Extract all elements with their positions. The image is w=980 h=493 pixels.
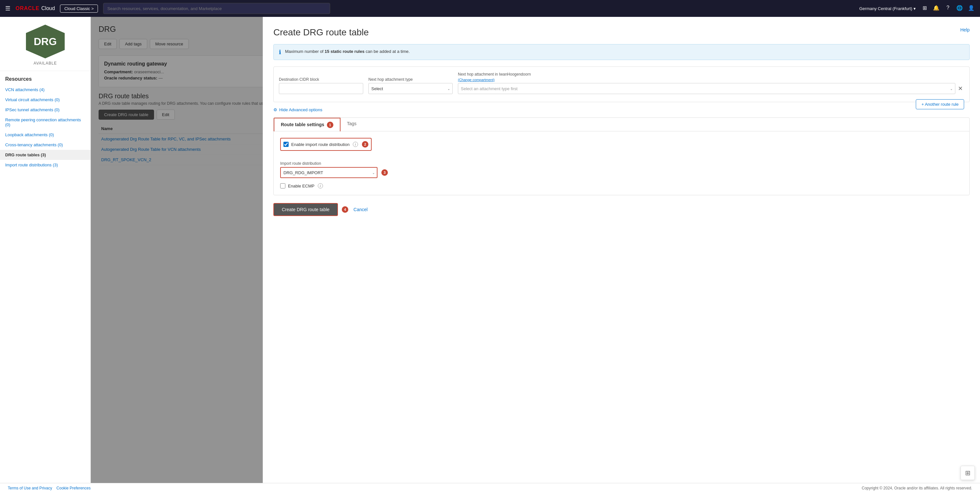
sidebar: DRG AVAILABLE Resources VCN attachments … <box>0 17 91 493</box>
oracle-text: ORACLE <box>16 5 40 11</box>
console-icon[interactable]: ⊞ <box>921 5 928 12</box>
sidebar-item-ipsec[interactable]: IPSec tunnel attachments (0) <box>0 105 91 115</box>
tabs-section: Route table settings 1 Tags Enable impor… <box>274 118 970 195</box>
sidebar-logo-area: DRG AVAILABLE <box>0 17 91 71</box>
cloud-text: Cloud <box>41 5 55 11</box>
sidebar-item-import-route[interactable]: Import route distributions (3) <box>0 160 91 170</box>
copyright-text: Copyright © 2024, Oracle and/or its affi… <box>862 486 972 490</box>
bell-icon[interactable]: 🔔 <box>933 5 940 12</box>
import-info-icon[interactable]: i <box>353 142 358 147</box>
tab-route-table-settings[interactable]: Route table settings 1 <box>274 118 340 131</box>
next-hop-type-label: Next hop attachment type <box>368 77 453 82</box>
sidebar-item-remote-peering[interactable]: Remote peering connection attachments (0… <box>0 115 91 130</box>
advanced-options-link[interactable]: ⚙ Hide Advanced options <box>274 107 916 112</box>
search-input[interactable] <box>107 6 326 11</box>
destination-cidr-group: Destination CIDR block <box>279 77 363 94</box>
next-hop-attachment-select-wrapper: Select an attachment type first <box>458 83 955 94</box>
modal-header: Create DRG route table Help <box>274 27 970 38</box>
ecmp-row: Enable ECMP i <box>280 183 963 188</box>
help-icon[interactable]: ? <box>944 5 951 12</box>
info-icon: ℹ <box>279 49 281 56</box>
modal-title: Create DRG route table <box>274 27 369 38</box>
destination-cidr-label: Destination CIDR block <box>279 77 363 82</box>
search-bar[interactable] <box>103 3 330 14</box>
navbar-icons: ⊞ 🔔 ? 🌐 👤 <box>921 5 975 12</box>
info-banner: ℹ Maximum number of 15 static route rule… <box>274 44 970 60</box>
create-btn-container: Create DRG route table 4 <box>274 203 348 216</box>
cloud-classic-button[interactable]: Cloud Classic > <box>60 5 98 13</box>
next-hop-type-select-wrapper: Select <box>368 83 453 94</box>
next-hop-attachment-group: Next hop attachment in IwanHoogendoorn (… <box>458 72 964 94</box>
next-hop-type-select[interactable]: Select <box>368 83 453 94</box>
status-badge: AVAILABLE <box>34 61 57 65</box>
sidebar-item-cross-tenancy[interactable]: Cross-tenancy attachments (0) <box>0 140 91 150</box>
annotation-2: 2 <box>362 141 368 148</box>
navbar: ☰ ORACLE Cloud Cloud Classic > Germany C… <box>0 0 980 17</box>
help-widget[interactable]: ⊞ <box>961 466 975 480</box>
enable-ecmp-label: Enable ECMP i <box>288 183 323 188</box>
brand: ORACLE Cloud <box>16 5 55 11</box>
import-distribution-label: Import route distribution <box>280 161 963 166</box>
main-layout: DRG AVAILABLE Resources VCN attachments … <box>0 17 980 493</box>
enable-import-checkbox[interactable] <box>283 142 289 147</box>
tabs-header: Route table settings 1 Tags <box>274 118 969 131</box>
route-rule-section: Destination CIDR block Next hop attachme… <box>274 67 970 102</box>
region-text: Germany Central (Frankfurt) <box>859 6 912 11</box>
sidebar-item-vcn-attachments[interactable]: VCN attachments (4) <box>0 85 91 95</box>
tab-tags[interactable]: Tags <box>340 118 363 131</box>
sidebar-item-loopback[interactable]: Loopback attachments (0) <box>0 130 91 140</box>
next-hop-attachment-select[interactable]: Select an attachment type first <box>458 83 955 94</box>
enable-import-label: Enable import route distribution i <box>291 142 358 147</box>
navbar-right: Germany Central (Frankfurt) ▾ ⊞ 🔔 ? 🌐 👤 <box>859 5 975 12</box>
cookie-link[interactable]: Cookie Preferences <box>56 486 91 490</box>
modal-panel: Create DRG route table Help ℹ Maximum nu… <box>262 17 980 493</box>
terms-link[interactable]: Terms of Use and Privacy <box>8 486 52 490</box>
next-hop-attachment-label: Next hop attachment in IwanHoogendoorn <box>458 72 964 76</box>
settings-icon: ⚙ <box>274 107 277 112</box>
import-distribution-group: Import route distribution DRG_RDG_IMPORT… <box>280 161 963 178</box>
enable-ecmp-checkbox[interactable] <box>280 183 285 188</box>
annotation-4: 4 <box>342 206 348 213</box>
route-rule-form-row: Destination CIDR block Next hop attachme… <box>279 72 964 94</box>
globe-icon[interactable]: 🌐 <box>956 5 963 12</box>
next-hop-attachment-input-row: Select an attachment type first ✕ <box>458 83 964 94</box>
next-hop-type-group: Next hop attachment type Select <box>368 77 453 94</box>
import-route-dist-container: Enable import route distribution i 2 <box>280 138 963 156</box>
sidebar-item-virtual-circuit[interactable]: Virtual circuit attachments (0) <box>0 95 91 105</box>
advanced-options-text: Hide Advanced options <box>279 107 322 112</box>
help-link[interactable]: Help <box>960 27 970 32</box>
chevron-down-icon: ▾ <box>913 6 916 11</box>
info-text: Maximum number of 15 static route rules … <box>285 48 410 55</box>
import-distribution-select-wrapper: DRG_RDG_IMPORT <box>280 167 377 178</box>
user-icon[interactable]: 👤 <box>968 5 975 12</box>
change-compartment-link[interactable]: (Change compartment) <box>458 78 964 82</box>
cancel-button[interactable]: Cancel <box>353 207 368 212</box>
region-selector[interactable]: Germany Central (Frankfurt) ▾ <box>859 6 916 11</box>
bottom-bar: Terms of Use and Privacy Cookie Preferen… <box>0 483 980 493</box>
bottom-left-links: Terms of Use and Privacy Cookie Preferen… <box>8 486 91 490</box>
import-distribution-input-row: DRG_RDG_IMPORT 3 <box>280 167 963 178</box>
annotation-1: 1 <box>327 122 333 128</box>
enable-import-row: Enable import route distribution i 2 <box>280 138 372 151</box>
resources-title: Resources <box>0 71 91 85</box>
remove-route-rule-button[interactable]: ✕ <box>957 84 964 94</box>
another-route-rule-button[interactable]: + Another route rule <box>916 99 964 109</box>
action-buttons: Create DRG route table 4 Cancel <box>274 203 970 216</box>
hamburger-icon[interactable]: ☰ <box>5 5 10 12</box>
ecmp-info-icon[interactable]: i <box>318 183 323 188</box>
drg-hexagon: DRG <box>26 25 65 58</box>
drg-logo-text: DRG <box>34 36 57 48</box>
content-area: DRG Edit Add tags Move resource Dynamic … <box>91 17 980 493</box>
tab-content: Enable import route distribution i 2 Imp… <box>274 131 969 195</box>
import-distribution-select[interactable]: DRG_RDG_IMPORT <box>280 167 377 178</box>
sidebar-nav: VCN attachments (4) Virtual circuit atta… <box>0 85 91 170</box>
sidebar-item-drg-route-tables[interactable]: DRG route tables (3) <box>0 150 91 160</box>
help-widget-icon: ⊞ <box>965 469 970 477</box>
annotation-3: 3 <box>381 169 388 176</box>
create-drg-route-table-button[interactable]: Create DRG route table <box>274 203 338 216</box>
destination-cidr-input[interactable] <box>279 83 363 94</box>
